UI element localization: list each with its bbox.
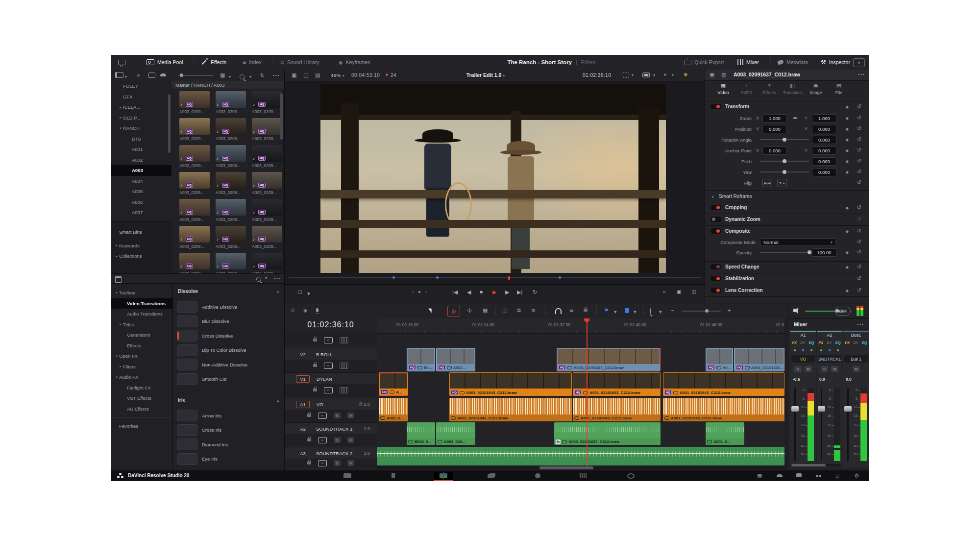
timeline-clip-selected[interactable]: HQA003_02091637_C012.braw — [557, 348, 661, 371]
jog-control[interactable]: ‹ ● › — [412, 289, 428, 294]
expand-arrow-icon[interactable]: ▸ — [118, 322, 123, 326]
media-clip[interactable]: ♪ HQ A003_0209... — [252, 91, 282, 114]
bin-item[interactable]: BTS — [111, 134, 172, 145]
loop-button[interactable]: ↻ — [533, 289, 537, 295]
list-icon[interactable]: ▥ — [721, 72, 726, 78]
transition-item[interactable]: Arrow Iris — [177, 409, 281, 422]
chevron-down-icon[interactable]: ▾ — [125, 73, 127, 80]
collapse-arrow-icon[interactable]: ▴ — [277, 289, 279, 293]
bin-item[interactable]: A002 — [111, 155, 172, 166]
keywords-item[interactable]: ▸ Keywords — [111, 241, 172, 251]
position-lock-icon[interactable] — [584, 307, 588, 313]
media-clip[interactable]: ♪ HQ A003_0209... — [216, 199, 246, 222]
page-media[interactable] — [338, 472, 357, 480]
cropping-toggle[interactable] — [710, 205, 721, 210]
dim-button[interactable]: DIM — [835, 307, 851, 316]
fader-knob[interactable] — [818, 406, 825, 412]
keyframes-toggle[interactable]: ◈Keyframes — [339, 55, 370, 70]
bin-item[interactable]: A004 — [111, 176, 172, 187]
safe-area-icon[interactable]: ▢ — [303, 72, 308, 78]
timeline-clip[interactable]: HQA0... — [706, 348, 733, 371]
rotation-field[interactable]: 0.000 — [812, 136, 836, 144]
reset-icon[interactable]: ↺ — [857, 239, 861, 245]
media-clip[interactable]: ♪ HQ A003_0209... — [179, 253, 210, 273]
clip-thumbnail[interactable]: ♪ HQ — [216, 199, 246, 216]
eq-chip[interactable]: EQ — [862, 341, 867, 345]
link-clips-icon[interactable]: ∞ — [570, 307, 574, 313]
media-clip[interactable]: ♪ HQ A003_0209... — [216, 118, 246, 141]
enhance-icon[interactable]: ✶ — [663, 72, 667, 77]
page-fusion[interactable] — [482, 472, 501, 480]
clip-thumbnail[interactable]: ♪ HQ — [252, 226, 282, 243]
clip-thumbnail[interactable]: ♪ HQ — [216, 91, 246, 108]
timeline-clip[interactable]: HQA001_02101943_C212.braw — [573, 372, 661, 396]
remote-monitoring-icon[interactable]: ▦ — [757, 472, 762, 479]
marker-blue[interactable] — [392, 276, 395, 279]
effects-tree-item[interactable]: ▸ Filters — [111, 362, 172, 372]
thumb-size-slider[interactable] — [178, 75, 213, 76]
timeline-ruler[interactable]: 01:02:16:0001:02:24:0001:02:32:0001:02:4… — [377, 318, 784, 334]
relink-icon[interactable]: ∞ — [137, 71, 140, 79]
effects-tree-item[interactable]: ▸ Titles — [111, 319, 172, 330]
page-color[interactable] — [528, 472, 547, 480]
chevron-down-icon[interactable]: ▾ — [229, 73, 231, 80]
voiceover-mic-icon[interactable] — [316, 307, 319, 314]
effects-tree-item[interactable]: AU Effects — [111, 404, 172, 414]
clip-thumbnail[interactable]: ♪ HQ — [179, 253, 210, 269]
overwrite-clip-icon[interactable]: ⧉ — [517, 307, 521, 314]
position-y-field[interactable]: 0.000 — [812, 125, 836, 133]
chevron-down-icon[interactable]: ▾ — [634, 309, 637, 315]
clip-thumbnail[interactable]: ♪ HQ — [179, 91, 210, 108]
media-clip[interactable]: ♪ HQ A003_0209... — [216, 226, 246, 249]
page-deliver[interactable] — [621, 472, 640, 480]
clip-thumbnail[interactable]: ♪ HQ — [252, 253, 282, 269]
fx-chip[interactable]: FX — [792, 341, 797, 345]
sound-library-toggle[interactable]: ♫Sound Library — [280, 55, 319, 70]
section-smart-reframe[interactable]: ▸ Smart Reframe — [705, 190, 869, 201]
reset-icon[interactable]: ↺ — [857, 179, 861, 186]
rotation-slider[interactable] — [760, 139, 809, 140]
playhead-marker[interactable] — [508, 276, 510, 280]
reset-icon[interactable]: ↺ — [857, 228, 861, 234]
eq-chip[interactable]: EQ — [835, 341, 841, 345]
collaboration-icon[interactable] — [816, 472, 821, 478]
page-edit[interactable] — [434, 472, 453, 480]
marker-icon[interactable] — [625, 308, 629, 314]
bin-item[interactable]: A006 — [111, 197, 172, 208]
fader-track[interactable] — [821, 388, 822, 461]
lock-icon[interactable] — [307, 462, 311, 464]
chevron-down-icon[interactable]: ▾ — [632, 73, 634, 77]
effects-tree-item[interactable]: Video Transitions — [111, 298, 172, 309]
slider-handle[interactable] — [783, 170, 786, 174]
reset-icon[interactable]: ↺ — [857, 204, 861, 211]
timeline-clip[interactable]: HQA005_02101334... — [734, 348, 784, 371]
media-clip[interactable]: ♪ HQ A003_0209... — [252, 118, 282, 141]
snapping-magnet-icon[interactable] — [555, 308, 562, 315]
media-clip[interactable]: ♪ HQ A003_0209... — [216, 253, 246, 273]
media-clip[interactable]: ♪ HQ A003_0209... — [179, 199, 210, 222]
speed-change-toggle[interactable] — [710, 264, 721, 269]
reset-icon[interactable]: ↺ — [857, 136, 861, 143]
timeline-clip[interactable]: A001_02101943_C212.braw — [663, 398, 784, 421]
bin-item[interactable]: A001 — [111, 144, 172, 155]
timeline-clip[interactable]: HQB0... — [407, 348, 435, 371]
expand-arrow-icon[interactable]: ▸ — [712, 195, 714, 199]
home-icon[interactable]: ⌂ — [835, 472, 839, 479]
multicam-icon[interactable]: ▤ — [315, 72, 320, 78]
effects-tree-item[interactable]: ▾ Toolbox — [111, 288, 172, 298]
solo-button[interactable]: S — [334, 413, 341, 418]
expand-arrow-icon[interactable]: ▾ — [114, 375, 119, 379]
media-clip[interactable]: ♪ HQ A003_0209... — [179, 172, 210, 195]
lock-icon[interactable] — [307, 439, 311, 441]
bin-item[interactable]: GFX — [111, 92, 172, 102]
anchor-x-field[interactable]: 0.000 — [762, 146, 787, 155]
media-clip[interactable]: ♪ HQ A003_0209... — [179, 91, 210, 114]
tab-transition[interactable]: ◧Transition — [781, 82, 804, 95]
fader-knob[interactable] — [844, 406, 852, 412]
keyframe-icon[interactable]: ◆ — [846, 159, 849, 164]
collapse-arrow-icon[interactable]: ▴ — [277, 398, 279, 403]
media-clip[interactable]: ♪ HQ A003_0209... — [179, 118, 210, 141]
expand-arrow-icon[interactable]: ▸ — [118, 365, 123, 368]
replace-clip-icon[interactable]: ⧈ — [532, 307, 535, 314]
selection-mode-icon[interactable] — [430, 307, 432, 314]
